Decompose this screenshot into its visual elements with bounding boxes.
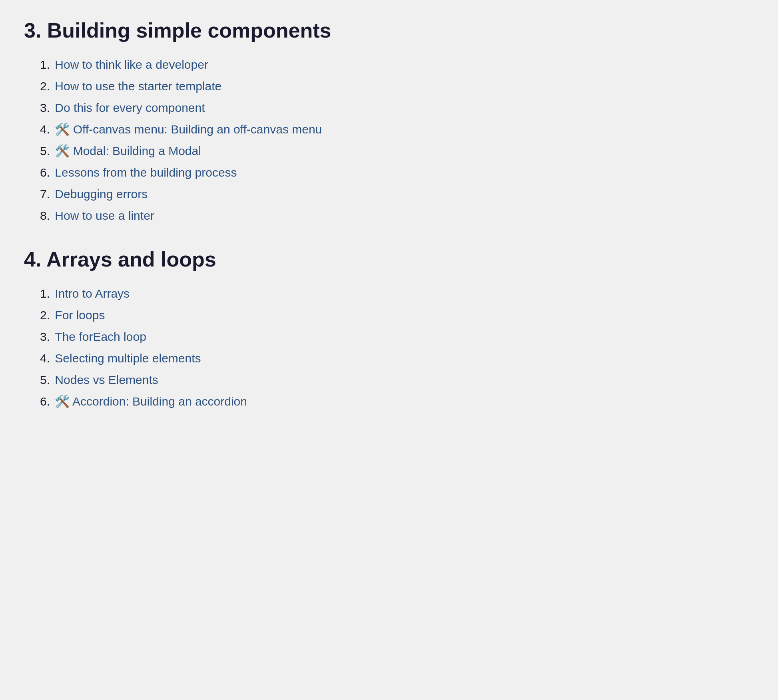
lesson-number: 8. xyxy=(40,209,53,222)
list-item: 6. Lessons from the building process xyxy=(40,164,754,181)
list-item: 6. 🛠️ Accordion: Building an accordion xyxy=(40,393,754,410)
lesson-number: 5. xyxy=(40,144,53,157)
lesson-link[interactable]: How to think like a developer xyxy=(55,58,208,71)
section-title: 4. Arrays and loops xyxy=(24,248,754,271)
list-item: 1. How to think like a developer xyxy=(40,56,754,73)
lesson-link[interactable]: Selecting multiple elements xyxy=(55,352,201,365)
lesson-link[interactable]: Do this for every component xyxy=(55,101,205,114)
lesson-link[interactable]: Debugging errors xyxy=(55,187,148,201)
lesson-link[interactable]: For loops xyxy=(55,308,105,322)
lesson-number: 6. xyxy=(40,395,53,408)
list-item: 3. The forEach loop xyxy=(40,328,754,345)
list-item: 4. Selecting multiple elements xyxy=(40,350,754,367)
list-item: 2. How to use the starter template xyxy=(40,78,754,95)
lesson-number: 6. xyxy=(40,166,53,179)
lesson-link[interactable]: How to use a linter xyxy=(55,209,154,222)
lesson-link[interactable]: 🛠️ Off-canvas menu: Building an off-canv… xyxy=(55,123,322,136)
list-item: 3. Do this for every component xyxy=(40,99,754,116)
lesson-link[interactable]: Nodes vs Elements xyxy=(55,373,158,386)
section-title: 3. Building simple components xyxy=(24,19,754,42)
list-item: 2. For loops xyxy=(40,307,754,324)
lesson-number: 1. xyxy=(40,58,53,71)
lesson-number: 4. xyxy=(40,123,53,136)
lesson-number: 3. xyxy=(40,101,53,114)
section-section-3: 3. Building simple components1. How to t… xyxy=(24,19,754,224)
lesson-number: 5. xyxy=(40,373,53,386)
lesson-link[interactable]: 🛠️ Modal: Building a Modal xyxy=(55,144,201,157)
lesson-list: 1. How to think like a developer2. How t… xyxy=(40,56,754,224)
lesson-link[interactable]: 🛠️ Accordion: Building an accordion xyxy=(55,395,247,408)
lesson-link[interactable]: Lessons from the building process xyxy=(55,166,237,179)
lesson-number: 3. xyxy=(40,330,53,343)
lesson-link[interactable]: Intro to Arrays xyxy=(55,287,130,300)
lesson-number: 1. xyxy=(40,287,53,300)
list-item: 7. Debugging errors xyxy=(40,186,754,203)
lesson-number: 4. xyxy=(40,352,53,365)
lesson-number: 2. xyxy=(40,80,53,93)
list-item: 4. 🛠️ Off-canvas menu: Building an off-c… xyxy=(40,121,754,138)
list-item: 1. Intro to Arrays xyxy=(40,285,754,302)
section-section-4: 4. Arrays and loops1. Intro to Arrays2. … xyxy=(24,248,754,410)
lesson-link[interactable]: How to use the starter template xyxy=(55,80,221,93)
list-item: 5. Nodes vs Elements xyxy=(40,372,754,388)
lesson-number: 2. xyxy=(40,308,53,322)
list-item: 8. How to use a linter xyxy=(40,207,754,224)
lesson-number: 7. xyxy=(40,187,53,201)
list-item: 5. 🛠️ Modal: Building a Modal xyxy=(40,143,754,159)
lesson-link[interactable]: The forEach loop xyxy=(55,330,146,343)
lesson-list: 1. Intro to Arrays2. For loops3. The for… xyxy=(40,285,754,410)
page-content: 3. Building simple components1. How to t… xyxy=(24,19,754,410)
